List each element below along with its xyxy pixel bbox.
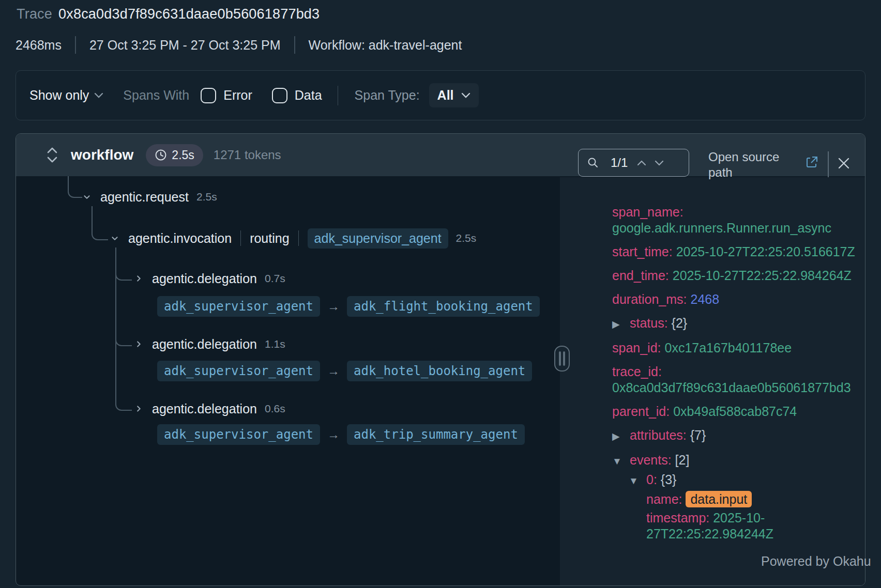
- collapse-triangle-icon[interactable]: ▼: [612, 453, 630, 469]
- arrow-right-icon: →: [327, 364, 340, 378]
- span-row-agentic-invocation[interactable]: agentic.invocation routing adk_superviso…: [109, 230, 476, 246]
- delegation-agents-3: adk_supervisor_agent → adk_trip_summary_…: [157, 424, 525, 445]
- field-parent-id: parent_id: 0xb49af588cab87c74: [612, 404, 855, 420]
- chevron-up-icon[interactable]: [637, 160, 646, 166]
- divider: [294, 36, 295, 54]
- span-row-agentic-delegation-1[interactable]: agentic.delegation 0.7s: [133, 270, 285, 287]
- span-duration: 0.6s: [265, 403, 285, 415]
- span-name: agentic.delegation: [152, 271, 257, 286]
- detail-search-input[interactable]: 1/1: [578, 149, 689, 177]
- chevron-down-icon: [461, 92, 470, 99]
- powered-by-watermark: Powered by Okahu: [761, 554, 871, 569]
- field-attributes[interactable]: ▶attributes: {7}: [612, 427, 855, 444]
- resize-grip-bar: [559, 351, 561, 366]
- span-type-value: All: [437, 88, 454, 103]
- chevron-right-icon[interactable]: [133, 338, 144, 350]
- from-agent-chip[interactable]: adk_supervisor_agent: [157, 361, 320, 381]
- chevrons-up-down-icon: [45, 146, 59, 164]
- trace-time-range: 27 Oct 3:25 PM - 27 Oct 3:25 PM: [89, 38, 281, 53]
- spans-with-label: Spans With: [123, 88, 189, 103]
- filter-bar: Show only Spans With Error Data Span Typ…: [16, 70, 865, 120]
- error-checkbox-label[interactable]: Error: [223, 88, 252, 103]
- open-source-path-button[interactable]: Open source path: [708, 149, 792, 180]
- field-events[interactable]: ▼events: [2]: [612, 452, 855, 469]
- span-detail-sidebar: 1/1 Open source path: [560, 134, 865, 585]
- expand-collapse-all-button[interactable]: [45, 146, 59, 164]
- search-match-count: 1/1: [611, 156, 628, 170]
- to-agent-chip[interactable]: adk_flight_booking_agent: [347, 296, 540, 317]
- field-event-name: name: data.input: [646, 491, 855, 507]
- trace-viewer-screen: Trace0x8ca0d3d7f89c631daae0b56061877bd3 …: [0, 0, 881, 588]
- divider: [828, 151, 829, 177]
- from-agent-chip[interactable]: adk_supervisor_agent: [157, 424, 320, 445]
- trace-meta-row: 2468ms 27 Oct 3:25 PM - 27 Oct 3:25 PM W…: [16, 36, 462, 54]
- workflow-token-count: 1271 tokens: [214, 148, 281, 162]
- span-kind-routing: routing: [250, 231, 289, 246]
- trace-label: Trace: [17, 6, 52, 22]
- events-group: ▼events: [2] ▼0: {3} name: data.input ti…: [612, 452, 855, 542]
- chevron-right-icon[interactable]: [133, 273, 144, 284]
- error-checkbox[interactable]: [201, 88, 216, 103]
- to-agent-chip[interactable]: adk_trip_summary_agent: [347, 424, 525, 445]
- field-trace-id: trace_id: 0x8ca0d3d7f89c631daae0b5606187…: [612, 364, 855, 396]
- trace-workflow-name: Workflow: adk-travel-agent: [309, 38, 462, 53]
- span-attributes-list: span_name: google.adk.runners.Runner.run…: [560, 177, 865, 585]
- field-status[interactable]: ▶status: {2}: [612, 315, 855, 332]
- chevron-down-icon[interactable]: [655, 160, 664, 166]
- search-icon: [587, 157, 599, 169]
- agent-chip[interactable]: adk_supervisor_agent: [308, 228, 448, 249]
- span-row-agentic-delegation-2[interactable]: agentic.delegation 1.1s: [133, 336, 285, 352]
- span-name: agentic.request: [100, 190, 189, 205]
- span-duration: 2.5s: [196, 191, 217, 203]
- to-agent-chip[interactable]: adk_hotel_booking_agent: [347, 361, 532, 381]
- field-span-name: span_name: google.adk.runners.Runner.run…: [612, 204, 855, 236]
- show-only-label: Show only: [29, 88, 89, 103]
- span-name: agentic.delegation: [152, 337, 257, 352]
- data-checkbox-label[interactable]: Data: [295, 88, 322, 103]
- trace-detail-panel: workflow 2.5s 1271 tokens agentic.reques…: [16, 133, 865, 586]
- divider: [240, 230, 241, 246]
- chevron-down-icon[interactable]: [109, 233, 120, 244]
- span-row-agentic-delegation-3[interactable]: agentic.delegation 0.6s: [133, 400, 285, 417]
- panel-resize-handle[interactable]: [554, 346, 570, 372]
- external-link-icon[interactable]: [805, 156, 818, 169]
- data-checkbox[interactable]: [272, 88, 287, 103]
- from-agent-chip[interactable]: adk_supervisor_agent: [157, 296, 320, 317]
- workflow-duration: 2.5s: [172, 148, 194, 162]
- chevron-down-icon[interactable]: [81, 191, 93, 203]
- span-duration: 1.1s: [265, 338, 285, 350]
- divider: [338, 86, 338, 105]
- tree-connector: [92, 206, 108, 240]
- field-duration-ms: duration_ms: 2468: [612, 291, 855, 307]
- divider: [298, 230, 299, 246]
- detail-header: 1/1 Open source path: [560, 134, 865, 177]
- field-span-id: span_id: 0xc17a167b401178ee: [612, 340, 855, 356]
- delegation-agents-1: adk_supervisor_agent → adk_flight_bookin…: [157, 296, 540, 317]
- show-only-dropdown[interactable]: Show only: [29, 88, 103, 103]
- chevron-down-icon: [94, 92, 103, 99]
- delegation-agents-2: adk_supervisor_agent → adk_hotel_booking…: [157, 360, 532, 382]
- span-type-dropdown[interactable]: All: [429, 83, 479, 107]
- search-highlight: data.input: [686, 491, 752, 507]
- expand-triangle-icon[interactable]: ▶: [612, 428, 630, 444]
- chevron-right-icon[interactable]: [133, 403, 144, 414]
- search-nav: [637, 160, 664, 166]
- workflow-duration-badge: 2.5s: [146, 144, 203, 166]
- collapse-triangle-icon[interactable]: ▼: [629, 473, 646, 489]
- resize-grip-bar: [563, 351, 565, 366]
- span-duration: 0.7s: [265, 272, 285, 285]
- clock-icon: [155, 149, 167, 161]
- trace-duration: 2468ms: [16, 38, 62, 53]
- trace-id-value: 0x8ca0d3d7f89c631daae0b56061877bd3: [58, 6, 320, 22]
- arrow-right-icon: →: [327, 299, 340, 314]
- span-duration: 2.5s: [456, 232, 477, 244]
- tree-connector: [115, 247, 132, 411]
- span-name: agentic.delegation: [152, 401, 257, 416]
- close-icon[interactable]: [837, 157, 850, 170]
- field-event-0[interactable]: ▼0: {3}: [629, 472, 855, 489]
- span-row-agentic-request[interactable]: agentic.request 2.5s: [81, 189, 217, 205]
- workflow-header-left: workflow 2.5s 1271 tokens: [16, 134, 281, 176]
- arrow-right-icon: →: [327, 427, 340, 442]
- expand-triangle-icon[interactable]: ▶: [612, 316, 630, 332]
- workflow-span-title: workflow: [71, 147, 133, 163]
